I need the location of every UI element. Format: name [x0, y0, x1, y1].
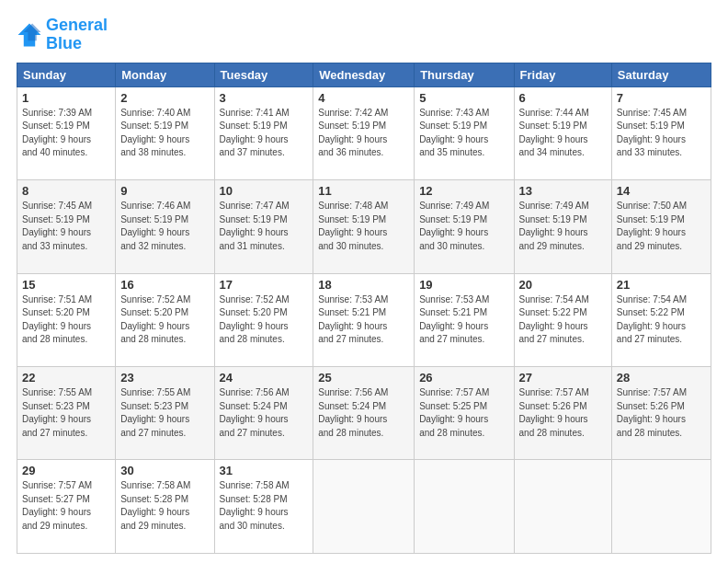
- day-header-friday: Friday: [514, 63, 611, 86]
- day-info: Sunrise: 7:50 AMSunset: 5:19 PMDaylight:…: [617, 200, 706, 253]
- day-number: 22: [22, 371, 110, 385]
- day-info: Sunrise: 7:55 AMSunset: 5:23 PMDaylight:…: [22, 386, 110, 440]
- calendar-cell: 15Sunrise: 7:51 AMSunset: 5:20 PMDayligh…: [17, 273, 116, 366]
- day-number: 20: [519, 278, 607, 292]
- day-info: Sunrise: 7:56 AMSunset: 5:24 PMDaylight:…: [318, 386, 409, 440]
- page: General Blue SundayMondayTuesdayWednesda…: [0, 0, 728, 563]
- calendar-cell: [415, 460, 514, 554]
- calendar-cell: 25Sunrise: 7:56 AMSunset: 5:24 PMDayligh…: [313, 367, 415, 460]
- calendar-cell: 31Sunrise: 7:58 AMSunset: 5:28 PMDayligh…: [214, 460, 313, 554]
- calendar-cell: [514, 460, 611, 554]
- calendar-cell: 20Sunrise: 7:54 AMSunset: 5:22 PMDayligh…: [514, 273, 611, 366]
- day-header-thursday: Thursday: [415, 63, 514, 86]
- day-header-sunday: Sunday: [17, 63, 116, 86]
- day-info: Sunrise: 7:51 AMSunset: 5:20 PMDaylight:…: [22, 293, 110, 347]
- logo: General Blue: [17, 17, 108, 53]
- calendar-cell: 21Sunrise: 7:54 AMSunset: 5:22 PMDayligh…: [611, 273, 711, 366]
- calendar-cell: 26Sunrise: 7:57 AMSunset: 5:25 PMDayligh…: [415, 367, 514, 460]
- day-number: 11: [318, 184, 409, 198]
- calendar-cell: 30Sunrise: 7:58 AMSunset: 5:28 PMDayligh…: [116, 460, 214, 554]
- calendar-cell: 22Sunrise: 7:55 AMSunset: 5:23 PMDayligh…: [17, 367, 116, 460]
- calendar-cell: [611, 460, 711, 554]
- day-info: Sunrise: 7:39 AMSunset: 5:19 PMDaylight:…: [22, 107, 110, 160]
- day-info: Sunrise: 7:44 AMSunset: 5:19 PMDaylight:…: [519, 107, 607, 160]
- day-info: Sunrise: 7:42 AMSunset: 5:19 PMDaylight:…: [318, 107, 409, 160]
- calendar-cell: 18Sunrise: 7:53 AMSunset: 5:21 PMDayligh…: [313, 273, 415, 366]
- calendar-cell: 24Sunrise: 7:56 AMSunset: 5:24 PMDayligh…: [214, 367, 313, 460]
- day-info: Sunrise: 7:57 AMSunset: 5:25 PMDaylight:…: [419, 386, 508, 440]
- logo-text: General Blue: [46, 17, 108, 53]
- day-number: 24: [220, 371, 309, 385]
- day-info: Sunrise: 7:57 AMSunset: 5:27 PMDaylight:…: [22, 479, 110, 533]
- day-number: 15: [22, 278, 110, 292]
- day-number: 26: [419, 371, 508, 385]
- calendar-cell: 16Sunrise: 7:52 AMSunset: 5:20 PMDayligh…: [116, 273, 214, 366]
- day-info: Sunrise: 7:49 AMSunset: 5:19 PMDaylight:…: [519, 200, 607, 253]
- calendar-cell: 5Sunrise: 7:43 AMSunset: 5:19 PMDaylight…: [415, 86, 514, 179]
- day-info: Sunrise: 7:53 AMSunset: 5:21 PMDaylight:…: [419, 293, 508, 347]
- calendar-cell: 12Sunrise: 7:49 AMSunset: 5:19 PMDayligh…: [415, 180, 514, 273]
- day-info: Sunrise: 7:55 AMSunset: 5:23 PMDaylight:…: [120, 386, 209, 440]
- day-info: Sunrise: 7:58 AMSunset: 5:28 PMDaylight:…: [120, 479, 209, 533]
- day-number: 13: [519, 184, 607, 198]
- calendar-cell: 11Sunrise: 7:48 AMSunset: 5:19 PMDayligh…: [313, 180, 415, 273]
- day-info: Sunrise: 7:56 AMSunset: 5:24 PMDaylight:…: [220, 386, 309, 440]
- logo-icon: [17, 22, 42, 48]
- calendar-table: SundayMondayTuesdayWednesdayThursdayFrid…: [17, 63, 711, 554]
- day-info: Sunrise: 7:43 AMSunset: 5:19 PMDaylight:…: [419, 107, 508, 160]
- day-number: 27: [519, 371, 607, 385]
- calendar-cell: 23Sunrise: 7:55 AMSunset: 5:23 PMDayligh…: [116, 367, 214, 460]
- day-number: 10: [220, 184, 309, 198]
- day-info: Sunrise: 7:40 AMSunset: 5:19 PMDaylight:…: [120, 107, 209, 160]
- calendar-cell: 14Sunrise: 7:50 AMSunset: 5:19 PMDayligh…: [611, 180, 711, 273]
- calendar-cell: 19Sunrise: 7:53 AMSunset: 5:21 PMDayligh…: [415, 273, 514, 366]
- day-info: Sunrise: 7:45 AMSunset: 5:19 PMDaylight:…: [617, 107, 706, 160]
- day-header-monday: Monday: [116, 63, 214, 86]
- day-number: 17: [220, 278, 309, 292]
- calendar-cell: 27Sunrise: 7:57 AMSunset: 5:26 PMDayligh…: [514, 367, 611, 460]
- calendar-header-row: SundayMondayTuesdayWednesdayThursdayFrid…: [17, 63, 711, 86]
- day-number: 3: [220, 91, 309, 105]
- day-info: Sunrise: 7:57 AMSunset: 5:26 PMDaylight:…: [617, 386, 706, 440]
- day-number: 12: [419, 184, 508, 198]
- day-number: 5: [419, 91, 508, 105]
- day-number: 23: [120, 371, 209, 385]
- calendar-cell: 6Sunrise: 7:44 AMSunset: 5:19 PMDaylight…: [514, 86, 611, 179]
- calendar-cell: 3Sunrise: 7:41 AMSunset: 5:19 PMDaylight…: [214, 86, 313, 179]
- day-number: 30: [120, 464, 209, 477]
- calendar-cell: 28Sunrise: 7:57 AMSunset: 5:26 PMDayligh…: [611, 367, 711, 460]
- day-info: Sunrise: 7:52 AMSunset: 5:20 PMDaylight:…: [120, 293, 209, 347]
- day-header-wednesday: Wednesday: [313, 63, 415, 86]
- day-number: 18: [318, 278, 409, 292]
- day-number: 31: [220, 464, 309, 477]
- day-info: Sunrise: 7:48 AMSunset: 5:19 PMDaylight:…: [318, 200, 409, 253]
- day-header-tuesday: Tuesday: [214, 63, 313, 86]
- day-number: 25: [318, 371, 409, 385]
- calendar-cell: 7Sunrise: 7:45 AMSunset: 5:19 PMDaylight…: [611, 86, 711, 179]
- day-number: 6: [519, 91, 607, 105]
- week-row-1: 1Sunrise: 7:39 AMSunset: 5:19 PMDaylight…: [17, 86, 711, 179]
- day-number: 1: [22, 91, 110, 105]
- day-number: 9: [120, 184, 209, 198]
- day-number: 7: [617, 91, 706, 105]
- day-info: Sunrise: 7:41 AMSunset: 5:19 PMDaylight:…: [220, 107, 309, 160]
- day-number: 8: [22, 184, 110, 198]
- week-row-3: 15Sunrise: 7:51 AMSunset: 5:20 PMDayligh…: [17, 273, 711, 366]
- day-number: 29: [22, 464, 110, 477]
- day-info: Sunrise: 7:54 AMSunset: 5:22 PMDaylight:…: [519, 293, 607, 347]
- calendar-cell: 9Sunrise: 7:46 AMSunset: 5:19 PMDaylight…: [116, 180, 214, 273]
- calendar-cell: 29Sunrise: 7:57 AMSunset: 5:27 PMDayligh…: [17, 460, 116, 554]
- day-info: Sunrise: 7:49 AMSunset: 5:19 PMDaylight:…: [419, 200, 508, 253]
- day-info: Sunrise: 7:58 AMSunset: 5:28 PMDaylight:…: [220, 479, 309, 533]
- calendar-cell: [313, 460, 415, 554]
- calendar-cell: 1Sunrise: 7:39 AMSunset: 5:19 PMDaylight…: [17, 86, 116, 179]
- calendar-cell: 17Sunrise: 7:52 AMSunset: 5:20 PMDayligh…: [214, 273, 313, 366]
- day-number: 19: [419, 278, 508, 292]
- calendar-cell: 13Sunrise: 7:49 AMSunset: 5:19 PMDayligh…: [514, 180, 611, 273]
- day-number: 16: [120, 278, 209, 292]
- day-info: Sunrise: 7:46 AMSunset: 5:19 PMDaylight:…: [120, 200, 209, 253]
- day-info: Sunrise: 7:52 AMSunset: 5:20 PMDaylight:…: [220, 293, 309, 347]
- day-number: 14: [617, 184, 706, 198]
- day-number: 28: [617, 371, 706, 385]
- week-row-4: 22Sunrise: 7:55 AMSunset: 5:23 PMDayligh…: [17, 367, 711, 460]
